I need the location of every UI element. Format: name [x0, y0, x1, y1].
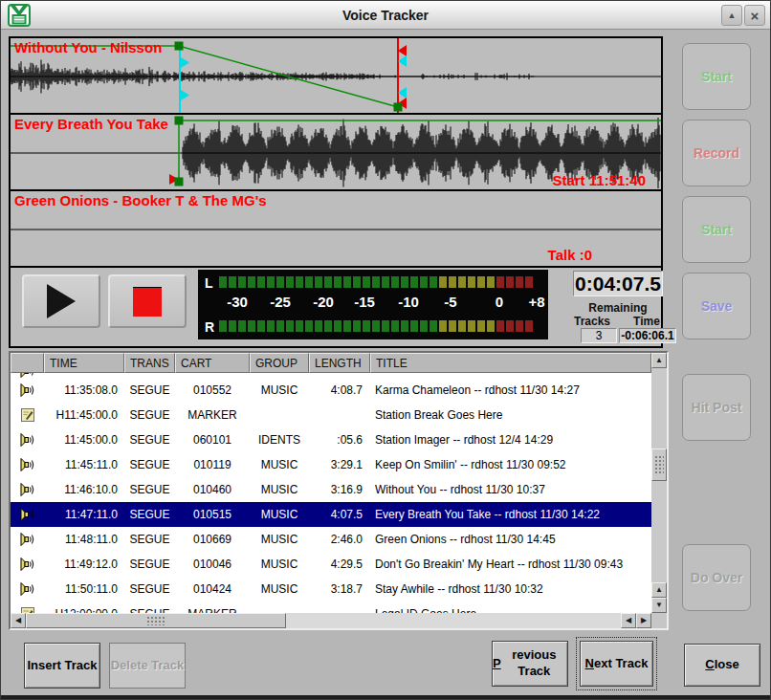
meter-segment — [315, 320, 322, 332]
cyan-marker-handle[interactable] — [398, 87, 407, 98]
meter-left-label: L — [205, 275, 213, 291]
play-button[interactable] — [22, 274, 100, 328]
meter-segment — [439, 320, 447, 332]
header-cart-col[interactable]: CART — [175, 353, 250, 373]
cyan-marker-handle[interactable] — [181, 90, 189, 100]
meter-segment — [257, 276, 265, 288]
level-handle[interactable] — [175, 117, 184, 125]
meter-segment — [276, 320, 284, 332]
meter-segment — [382, 276, 389, 288]
cell-title: Don't Go Breakin' My Heart -- rdhost 11/… — [370, 558, 651, 571]
cyan-marker-handle[interactable] — [398, 55, 407, 67]
vertical-scrollbar[interactable]: ▲ ▲ ▼ — [651, 353, 667, 613]
log-row[interactable]: H11:45:00.0SEGUEMARKERStation Break Goes… — [11, 403, 651, 427]
fade-handle[interactable] — [394, 103, 403, 112]
horizontal-scroll-thumb[interactable] — [26, 613, 286, 628]
cyan-marker-handle[interactable] — [181, 57, 189, 68]
remaining-time-value: -0:06:06.1 — [619, 328, 676, 343]
log-row[interactable]: 11:50:11.0SEGUE010424MUSIC3:18.7Stay Awh… — [11, 577, 651, 602]
cell-title: Every Breath You Take -- rdhost 11/30 14… — [370, 508, 651, 521]
log-row[interactable]: 11:47:11.0SEGUE010515MUSIC4:07.5Every Br… — [11, 502, 651, 527]
log-row[interactable]: H12:00:00.0SEGUEMARKERLegal ID Goes Here — [11, 602, 651, 613]
next-track-button[interactable]: Next Track — [580, 641, 653, 687]
meter-segment — [430, 276, 437, 288]
cell-cart: 010552 — [175, 383, 250, 397]
meter-segment — [372, 276, 380, 288]
cell-group: MUSIC — [250, 558, 309, 571]
stop-button[interactable] — [108, 274, 187, 328]
red-marker-handle[interactable] — [398, 45, 407, 56]
delete-track-button[interactable]: Delete Track — [109, 643, 186, 689]
speaker-icon — [20, 533, 34, 546]
log-event-list: TIME TRANS CART GROUP LENGTH TITLE 11:35… — [9, 351, 669, 630]
meter-segment — [525, 320, 533, 332]
meter-segment — [420, 320, 428, 332]
meter-segment — [506, 276, 514, 288]
previous-track-button[interactable]: Previous Track — [492, 641, 568, 687]
shade-button[interactable]: ▲ — [721, 5, 742, 26]
start1-button[interactable]: Start — [682, 43, 751, 110]
meter-segment — [468, 320, 475, 332]
speaker-icon — [20, 483, 34, 496]
track3-title: Green Onions - Booker T & The MG's — [14, 192, 267, 208]
close-button[interactable]: × — [744, 5, 765, 26]
log-row[interactable]: 11:48:11.0SEGUE010669MUSIC2:46.0Green On… — [11, 527, 651, 552]
meter-segment — [496, 320, 504, 332]
header-icon-col[interactable] — [11, 353, 44, 373]
do-over-button[interactable]: Do Over — [682, 544, 751, 611]
log-row[interactable]: 11:46:10.0SEGUE010460MUSIC3:16.9Without … — [11, 477, 651, 502]
meter-scale-label: -10 — [398, 294, 419, 310]
cell-trans: SEGUE — [124, 458, 175, 471]
start2-button[interactable]: Start — [682, 196, 751, 263]
cell-cart: 010046 — [175, 558, 250, 571]
log-header-row: TIME TRANS CART GROUP LENGTH TITLE — [11, 353, 651, 373]
meter-segment — [229, 276, 236, 288]
save-button[interactable]: Save — [682, 273, 751, 339]
header-title-col[interactable]: TITLE — [370, 353, 651, 373]
level-handle[interactable] — [175, 178, 184, 186]
vertical-scroll-thumb[interactable] — [651, 448, 667, 481]
header-time-col[interactable]: TIME — [44, 353, 124, 373]
log-row[interactable]: 11:45:11.0SEGUE010119MUSIC3:29.1Keep On … — [11, 452, 651, 477]
meter-segment — [449, 276, 456, 288]
meter-segment — [401, 276, 408, 288]
meter-segment — [343, 320, 351, 332]
fade-handle[interactable] — [175, 42, 184, 51]
track1-waveform-panel[interactable]: Without You - Nilsson — [11, 38, 661, 115]
insert-track-button[interactable]: Insert Track — [24, 643, 100, 689]
track2-waveform-panel[interactable]: Every Breath You Take Start 11:51:40 — [11, 115, 661, 191]
track3-waveform-panel[interactable]: Green Onions - Booker T & The MG's Talk … — [11, 191, 661, 268]
scroll-up-button-bottom[interactable]: ▲ — [651, 582, 667, 598]
voice-tracker-window: Voice Tracker ▲ × Without — [0, 0, 771, 700]
meter-segment — [410, 320, 418, 332]
close-window-button[interactable]: Close — [684, 644, 760, 687]
hit-post-button[interactable]: Hit Post — [682, 374, 751, 441]
stop-icon — [133, 287, 162, 317]
cell-title: Green Onions -- rdhost 11/30 14:45 — [370, 533, 651, 546]
cell-group: MUSIC — [250, 483, 309, 496]
meter-segment — [430, 320, 437, 332]
header-group-col[interactable]: GROUP — [250, 353, 309, 373]
log-row[interactable]: 11:35:08.0SEGUE010552MUSIC4:08.7Karma Ch… — [11, 378, 651, 403]
meter-segment — [458, 320, 466, 332]
meter-segment — [286, 276, 294, 288]
scroll-up-button[interactable]: ▲ — [651, 353, 667, 368]
header-length-col[interactable]: LENGTH — [309, 353, 370, 373]
close-icon: × — [751, 8, 760, 24]
meter-segment — [420, 276, 428, 288]
scroll-left-button[interactable]: ◀ — [11, 613, 26, 628]
meter-segment — [238, 320, 246, 332]
scroll-left-button-right[interactable]: ◀ — [621, 613, 636, 628]
scroll-right-button[interactable]: ▶ — [636, 613, 651, 628]
log-row[interactable]: 11:45:00.0SEGUE060101IDENTS:05.6Station … — [11, 427, 651, 452]
record-button[interactable]: Record — [682, 120, 751, 186]
horizontal-scrollbar[interactable]: ◀ ◀ ▶ — [11, 613, 651, 628]
meter-scale-label: 0 — [496, 294, 503, 310]
header-trans-col[interactable]: TRANS — [124, 353, 175, 373]
titlebar[interactable]: Voice Tracker ▲ × — [1, 1, 770, 30]
cell-length: 3:16.9 — [309, 483, 370, 496]
meter-segment — [363, 320, 370, 332]
scroll-down-button[interactable]: ▼ — [651, 598, 667, 613]
window-bottom-edge — [1, 695, 770, 699]
log-row[interactable]: 11:49:12.0SEGUE010046MUSIC4:29.5Don't Go… — [11, 552, 651, 577]
